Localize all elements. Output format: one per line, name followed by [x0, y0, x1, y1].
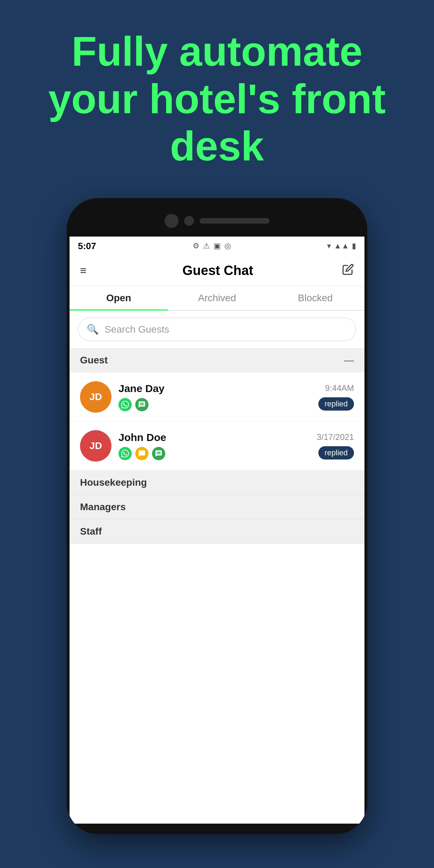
- app-header: ≡ Guest Chat: [70, 255, 364, 286]
- avatar-john-doe: JD: [80, 430, 111, 462]
- hero-section: Fully automate your hotel's front desk: [0, 0, 434, 191]
- phone-mockup: 5:07 ⚙ ⚠ ▣ ◎ ▾ ▲▲ ▮ ≡ Guest Chat: [67, 198, 367, 834]
- chat-item-jane-day[interactable]: JD Jane Day: [70, 372, 364, 421]
- chat-name-jane-day: Jane Day: [118, 383, 311, 395]
- staff-title: Staff: [80, 526, 102, 537]
- section-header-managers[interactable]: Managers: [70, 495, 364, 519]
- phone-camera-main: [165, 214, 179, 228]
- search-bar[interactable]: 🔍 Search Guests: [78, 318, 356, 341]
- guest-section-title: Guest: [80, 355, 108, 366]
- chat-list: JD Jane Day: [70, 372, 364, 470]
- section-header-staff[interactable]: Staff: [70, 519, 364, 544]
- phone-camera-small: [184, 216, 194, 226]
- replied-badge-jane: replied: [318, 397, 354, 411]
- avatar-jane-day: JD: [80, 381, 111, 413]
- phone-bezel: [67, 198, 367, 237]
- status-icons-right: ▾ ▲▲ ▮: [327, 241, 356, 251]
- app-title: Guest Chat: [94, 263, 342, 278]
- section-header-housekeeping[interactable]: Housekeeping: [70, 470, 364, 495]
- status-time: 5:07: [78, 241, 96, 252]
- managers-title: Managers: [80, 501, 126, 513]
- search-icon: 🔍: [87, 324, 99, 335]
- guest-section-collapse-icon[interactable]: —: [344, 355, 354, 366]
- sd-icon: ▣: [214, 241, 221, 251]
- chat-time-john: 3/17/2021: [317, 432, 354, 442]
- chat-info-john-doe: John Doe: [118, 432, 310, 460]
- yellow-msg-icon-john: [135, 447, 149, 460]
- tab-blocked[interactable]: Blocked: [266, 286, 364, 310]
- whatsapp-icon-jane: [118, 398, 132, 411]
- chat-item-john-doe[interactable]: JD John Doe: [70, 421, 364, 470]
- whatsapp-icon-john: [118, 447, 132, 460]
- phone-speaker: [200, 218, 269, 224]
- compose-icon[interactable]: [342, 263, 354, 278]
- chat-channels-jane-day: [118, 398, 311, 411]
- sms-icon-jane: [135, 398, 149, 411]
- alert-icon: ⚠: [203, 241, 210, 251]
- phone-screen: 5:07 ⚙ ⚠ ▣ ◎ ▾ ▲▲ ▮ ≡ Guest Chat: [70, 237, 364, 824]
- chat-meta-jane-day: 9:44AM replied: [318, 383, 354, 411]
- status-bar: 5:07 ⚙ ⚠ ▣ ◎ ▾ ▲▲ ▮: [70, 237, 364, 255]
- replied-badge-john: replied: [318, 446, 354, 460]
- sms-icon-john: [152, 447, 165, 460]
- settings-icon: ⚙: [193, 241, 200, 251]
- housekeeping-title: Housekeeping: [80, 477, 147, 488]
- signal-icon: ▲▲: [334, 241, 349, 251]
- vpn-icon: ◎: [224, 241, 231, 251]
- section-header-guest: Guest —: [70, 348, 364, 372]
- battery-icon: ▮: [352, 241, 356, 251]
- chat-channels-john-doe: [118, 447, 310, 460]
- menu-icon[interactable]: ≡: [80, 264, 87, 277]
- tab-bar: Open Archived Blocked: [70, 286, 364, 311]
- tab-open[interactable]: Open: [70, 286, 168, 310]
- search-input[interactable]: Search Guests: [104, 324, 347, 335]
- bottom-area: [70, 544, 364, 614]
- chat-meta-john-doe: 3/17/2021 replied: [317, 432, 354, 460]
- wifi-icon: ▾: [327, 241, 331, 251]
- status-icons-left: ⚙ ⚠ ▣ ◎: [193, 241, 231, 251]
- chat-name-john-doe: John Doe: [118, 432, 310, 443]
- chat-time-jane: 9:44AM: [325, 383, 354, 393]
- phone-wrapper: 5:07 ⚙ ⚠ ▣ ◎ ▾ ▲▲ ▮ ≡ Guest Chat: [0, 191, 434, 834]
- tab-archived[interactable]: Archived: [168, 286, 266, 310]
- search-container: 🔍 Search Guests: [70, 311, 364, 348]
- hero-title: Fully automate your hotel's front desk: [21, 28, 413, 170]
- chat-info-jane-day: Jane Day: [118, 383, 311, 411]
